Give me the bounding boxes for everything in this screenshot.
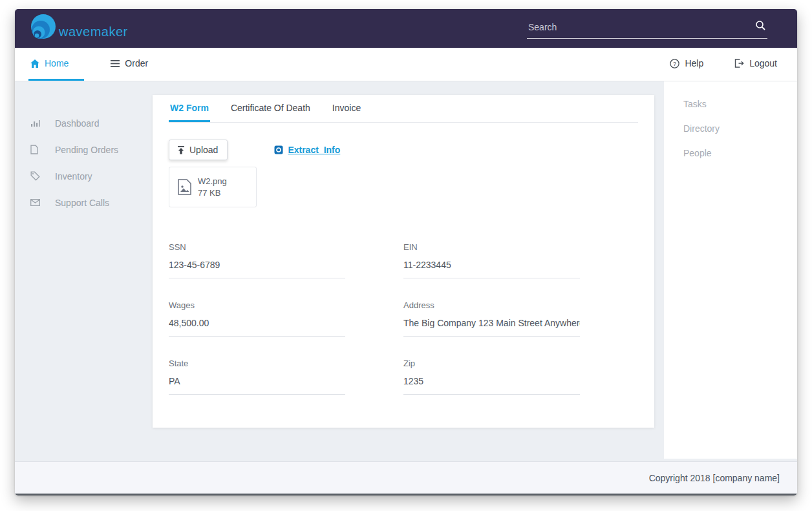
sidebar-item-inventory[interactable]: Inventory: [15, 163, 153, 189]
state-input[interactable]: PA: [169, 376, 345, 395]
upload-button[interactable]: Upload: [169, 140, 228, 160]
file-size: 77 KB: [198, 188, 227, 198]
nav-item-help[interactable]: ? Help: [668, 48, 705, 81]
left-sidebar: Dashboard Pending Orders Inventory: [15, 81, 153, 461]
uploaded-file-item[interactable]: W2.png 77 KB: [169, 167, 257, 207]
field-label: SSN: [169, 242, 345, 252]
wavemaker-logo-icon: [27, 13, 58, 44]
sidebar-item-people[interactable]: People: [683, 148, 797, 158]
logout-icon: [734, 59, 744, 68]
sidebar-item-label: Support Calls: [55, 198, 109, 208]
image-file-icon: [178, 179, 191, 195]
extract-info-link-text[interactable]: Extract_Info: [288, 145, 340, 155]
window-bottom-edge: [15, 494, 797, 495]
nav-order-label: Order: [125, 58, 148, 68]
app-window: wavemaker Home: [15, 9, 797, 495]
footer: Copyright 2018 [company name]: [15, 461, 797, 494]
document-icon: [30, 145, 47, 154]
search-box: [527, 18, 767, 39]
field-ein: EIN 11-2233445: [403, 242, 580, 278]
field-state: State PA: [169, 359, 345, 395]
field-zip: Zip 1235: [403, 359, 580, 395]
help-icon: ?: [670, 59, 679, 68]
wages-input[interactable]: 48,500.00: [169, 318, 345, 337]
nav-item-home[interactable]: Home: [28, 48, 84, 81]
nav-item-logout[interactable]: Logout: [732, 48, 779, 81]
nav-left: Home Order: [28, 48, 150, 81]
main-panel: W2 Form Certificate Of Death Invoice: [153, 95, 654, 428]
envelope-icon: [30, 199, 47, 206]
w2-form-fields: SSN 123-45-6789 EIN 11-2233445 Wages 48,…: [169, 242, 638, 395]
sidebar-item-label: Pending Orders: [55, 145, 118, 155]
svg-text:?: ?: [673, 60, 676, 67]
home-icon: [30, 59, 39, 68]
field-wages: Wages 48,500.00: [169, 300, 345, 337]
bar-chart-icon: [30, 119, 47, 127]
field-address: Address The Big Company 123 Main Street …: [403, 300, 580, 337]
search-icon[interactable]: [755, 20, 766, 31]
copyright-text: Copyright 2018 [company name]: [649, 473, 780, 483]
tag-icon: [30, 171, 47, 181]
nav-help-label: Help: [685, 58, 703, 68]
field-ssn: SSN 123-45-6789: [169, 242, 345, 278]
app-header: wavemaker: [15, 9, 797, 48]
main-navbar: Home Order ? Help: [15, 48, 797, 81]
field-label: EIN: [403, 242, 580, 252]
wavemaker-logo: wavemaker: [27, 13, 128, 44]
document-tabs: W2 Form Certificate Of Death Invoice: [169, 95, 638, 123]
sidebar-item-label: Dashboard: [55, 118, 100, 129]
ein-input[interactable]: 11-2233445: [403, 260, 580, 278]
toolbar: Upload Extract_Info: [169, 140, 638, 160]
field-label: Wages: [169, 300, 345, 310]
file-meta: W2.png 77 KB: [198, 176, 227, 198]
nav-home-label: Home: [45, 58, 69, 68]
field-label: Address: [403, 300, 580, 310]
sidebar-item-directory[interactable]: Directory: [683, 123, 797, 134]
zip-input[interactable]: 1235: [403, 376, 580, 395]
file-name: W2.png: [198, 176, 227, 186]
nav-right: ? Help Logout: [668, 48, 779, 81]
nav-item-order[interactable]: Order: [109, 48, 150, 81]
list-icon: [111, 60, 120, 67]
field-label: State: [169, 359, 345, 368]
logo-text: wavemaker: [59, 25, 128, 39]
right-sidebar: Tasks Directory People: [664, 81, 797, 459]
sidebar-item-tasks[interactable]: Tasks: [683, 99, 797, 109]
sidebar-item-dashboard[interactable]: Dashboard: [15, 110, 153, 136]
sidebar-item-support-calls[interactable]: Support Calls: [15, 189, 153, 216]
field-label: Zip: [403, 359, 580, 368]
tab-invoice[interactable]: Invoice: [331, 95, 362, 122]
nav-logout-label: Logout: [749, 58, 777, 68]
extract-info-link[interactable]: Extract_Info: [274, 145, 340, 155]
tab-certificate-of-death[interactable]: Certificate Of Death: [230, 95, 312, 122]
tab-label: W2 Form: [170, 103, 209, 113]
tab-label: Invoice: [332, 103, 361, 113]
sidebar-item-pending-orders[interactable]: Pending Orders: [15, 136, 153, 163]
sidebar-item-label: Inventory: [55, 171, 92, 182]
upload-button-label: Upload: [189, 145, 218, 155]
search-input[interactable]: [527, 18, 767, 39]
address-input[interactable]: The Big Company 123 Main Street Anywhere…: [403, 318, 580, 337]
tab-w2-form[interactable]: W2 Form: [169, 95, 210, 122]
content-area: Dashboard Pending Orders Inventory: [15, 81, 797, 461]
ssn-input[interactable]: 123-45-6789: [169, 260, 345, 278]
upload-icon: [177, 146, 185, 154]
tab-label: Certificate Of Death: [231, 103, 310, 113]
extract-file-icon: [274, 145, 283, 154]
